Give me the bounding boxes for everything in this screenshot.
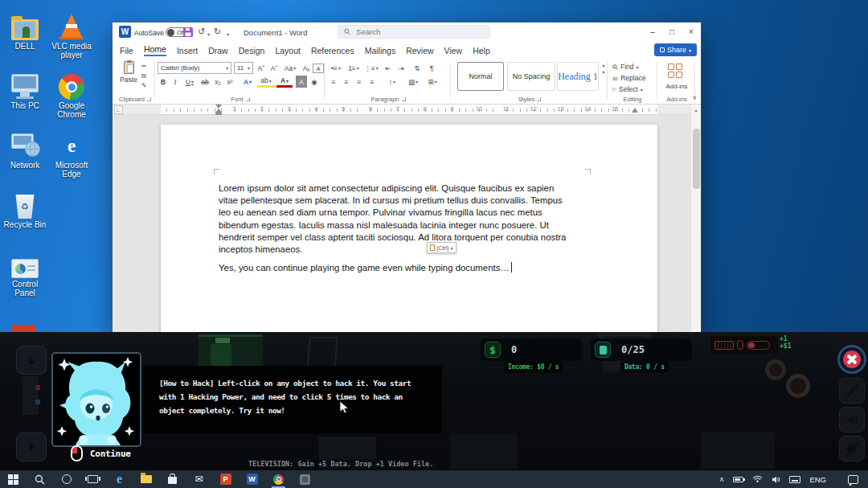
task-view-button[interactable] — [80, 470, 106, 488]
shrink-font-button[interactable]: Aˇ — [268, 62, 280, 74]
redo-button[interactable]: ↻ — [214, 27, 221, 37]
cortana-button[interactable] — [53, 470, 80, 488]
paragraph[interactable]: Yes, you can continue playing the game e… — [219, 262, 574, 274]
styles-scroll-up-button[interactable]: ▴ — [602, 62, 604, 68]
cut-button[interactable]: ✂ — [141, 62, 147, 71]
tab-design[interactable]: Design — [239, 46, 265, 55]
superscript-button[interactable]: x² — [224, 76, 235, 88]
search-input[interactable] — [354, 27, 484, 37]
show-hidden-icons-chevron[interactable]: ∧ — [719, 475, 725, 483]
grow-font-button[interactable]: Aˆ — [256, 62, 267, 74]
tab-draw[interactable]: Draw — [208, 46, 228, 55]
subscript-button[interactable]: x₂ — [212, 76, 223, 88]
volume-icon[interactable] — [772, 475, 780, 484]
format-painter-button[interactable]: ✎ — [141, 81, 147, 90]
left-indent-marker[interactable] — [215, 105, 222, 115]
scrollbar-thumb[interactable] — [693, 129, 700, 189]
taskbar-store[interactable] — [159, 470, 186, 488]
tab-help[interactable]: Help — [473, 46, 490, 55]
vertical-scrollbar[interactable]: ▴ — [690, 105, 701, 333]
enclose-characters-button[interactable]: ◉ — [309, 76, 320, 88]
find-button[interactable]: Find▾ — [612, 63, 639, 71]
align-right-button[interactable]: ≡ — [354, 76, 365, 88]
dialog-launcher-icon[interactable] — [246, 97, 250, 101]
select-button[interactable]: ▷ Select▾ — [612, 85, 643, 93]
scroll-up-icon[interactable]: ▴ — [691, 105, 701, 115]
justify-button[interactable]: ≡ — [366, 76, 378, 88]
customize-quick-access-icon[interactable]: ▾ — [227, 30, 229, 40]
taskbar-edge[interactable]: e — [106, 470, 133, 488]
change-case-button[interactable]: Aa▾ — [281, 62, 299, 74]
desktop-icon-this-pc[interactable]: This PC — [2, 69, 48, 129]
maximize-button[interactable]: □ — [662, 23, 682, 40]
styles-scroll-down-button[interactable]: ▾ — [602, 69, 604, 75]
taskbar-word[interactable]: W — [239, 470, 265, 488]
tab-layout[interactable]: Layout — [275, 46, 301, 55]
battery-icon[interactable] — [733, 477, 743, 482]
paste-button[interactable]: Paste — [117, 61, 140, 92]
tab-file[interactable]: File — [120, 46, 133, 55]
tab-review[interactable]: Review — [406, 46, 433, 55]
text-effects-button[interactable]: A▾ — [240, 76, 256, 88]
style-heading1[interactable]: Heading 1 — [557, 62, 599, 91]
tab-selector-icon[interactable]: ∟ — [114, 105, 123, 114]
collapse-ribbon-icon[interactable]: ∨ — [692, 94, 697, 101]
borders-button[interactable]: ⊞▾ — [424, 76, 440, 88]
shading-button[interactable]: ▨▾ — [405, 76, 421, 88]
align-left-button[interactable]: ≡ — [328, 76, 339, 88]
continue-button[interactable]: Continue — [71, 445, 131, 461]
sort-button[interactable]: ⇅ — [411, 62, 423, 74]
taskbar-file-explorer[interactable] — [133, 470, 159, 488]
paragraph[interactable]: Lorem ipsum dolor sit amet consectetur a… — [219, 182, 574, 256]
document-text[interactable]: Lorem ipsum dolor sit amet consectetur a… — [219, 182, 574, 274]
sound-button[interactable] — [839, 407, 865, 433]
floor-up-button[interactable]: ▲ — [16, 346, 47, 375]
taskbar-game-app[interactable] — [292, 470, 318, 488]
horizontal-ruler[interactable]: 123456789101112131415 ∟ — [113, 105, 701, 115]
copy-button[interactable]: ⧉ — [141, 72, 147, 80]
bullets-button[interactable]: •≡▾ — [328, 62, 344, 74]
italic-button[interactable]: I — [170, 76, 181, 88]
dialog-launcher-icon[interactable] — [402, 97, 406, 101]
strikethrough-button[interactable]: ab — [199, 76, 211, 88]
tab-references[interactable]: References — [311, 46, 354, 55]
desktop-icon-vlc[interactable]: VLC media player — [48, 10, 95, 69]
numbering-button[interactable]: 1≡▾ — [346, 62, 362, 74]
decrease-indent-button[interactable]: ⇤ — [383, 62, 394, 74]
clear-formatting-button[interactable]: Aₓ — [301, 62, 312, 74]
sfx-mute-button[interactable] — [839, 436, 865, 461]
minimize-button[interactable]: – — [643, 23, 662, 40]
character-shading-button[interactable]: A — [296, 76, 307, 88]
show-formatting-button[interactable]: ¶ — [426, 62, 437, 74]
line-spacing-button[interactable]: ↕▾ — [384, 76, 400, 88]
dialog-launcher-icon[interactable] — [537, 97, 541, 101]
save-icon[interactable] — [183, 27, 193, 39]
music-mute-button[interactable]: ♪ — [839, 378, 865, 404]
undo-button[interactable]: ↺ — [198, 27, 205, 37]
desktop-icon-recycle-bin[interactable]: ♻ Recycle Bin — [2, 188, 48, 248]
action-center-icon[interactable] — [848, 475, 858, 484]
desktop-icon-control-panel[interactable]: Control Panel — [2, 248, 48, 307]
desktop-icon-network[interactable]: Network — [2, 129, 48, 188]
search-box[interactable] — [338, 25, 490, 39]
tab-view[interactable]: View — [444, 46, 463, 55]
tab-home[interactable]: Home — [144, 44, 166, 56]
text-highlight-button[interactable]: ab▾ — [257, 76, 275, 88]
replace-button[interactable]: ab Replace — [612, 74, 645, 82]
wifi-icon[interactable] — [752, 475, 763, 483]
multilevel-list-button[interactable]: ⋮≡▾ — [363, 62, 379, 74]
desktop-icon-dell[interactable]: DELL — [2, 10, 48, 69]
desktop-icon-chrome[interactable]: Google Chrome — [48, 69, 95, 129]
floor-down-button[interactable]: ▼ — [16, 433, 47, 461]
font-color-button[interactable]: A▾ — [276, 76, 293, 88]
increase-indent-button[interactable]: ⇥ — [395, 62, 407, 74]
document-page[interactable]: Lorem ipsum dolor sit amet consectetur a… — [161, 125, 657, 333]
align-center-button[interactable]: ≡ — [341, 76, 352, 88]
undo-dropdown-icon[interactable]: ▾ — [207, 30, 210, 40]
tab-mailings[interactable]: Mailings — [365, 46, 396, 55]
desktop-icon-edge[interactable]: e Microsoft Edge — [48, 129, 95, 188]
style-no-spacing[interactable]: No Spacing — [507, 62, 555, 91]
dialog-launcher-icon[interactable] — [147, 97, 151, 101]
font-size-combo[interactable]: 11▾ — [234, 62, 253, 74]
close-button[interactable]: × — [682, 23, 701, 40]
